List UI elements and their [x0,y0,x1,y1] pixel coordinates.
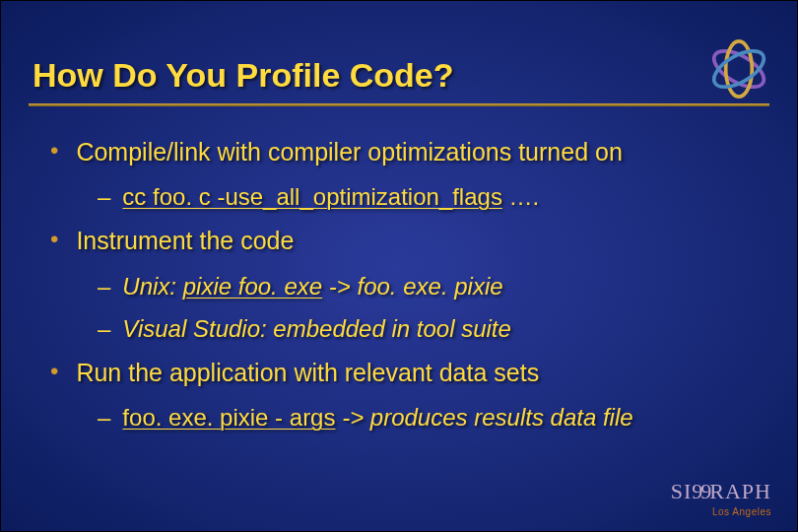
slide-title: How Do You Profile Code? [33,56,454,95]
dash-icon: – [98,271,110,301]
dash-icon: – [98,181,110,212]
slide: How Do You Profile Code? • Compile/link … [0,0,798,532]
brand-location: Los Angeles [671,506,771,517]
slide-body: • Compile/link with compiler optimizatio… [50,123,748,445]
bullet-text: Instrument the code [76,226,294,256]
bullet-dot-icon: • [50,137,58,166]
bullet-level2: – cc foo. c -use_all_optimization_flags … [98,181,748,212]
bullet-level2: – foo. exe. pixie - args -> produces res… [98,402,748,432]
bullet-level2: – Unix: pixie foo. exe -> foo. exe. pixi… [98,271,748,301]
bullet-text: Unix: pixie foo. exe -> foo. exe. pixie [122,271,502,301]
bullet-text: Compile/link with compiler optimizations… [76,137,622,167]
dash-icon: – [98,313,110,344]
siggraph-knot-logo [702,33,775,105]
svg-point-1 [726,41,753,97]
bullet-dot-icon: • [50,358,58,386]
bullet-level1: • Instrument the code [50,226,748,256]
bullet-text: cc foo. c -use_all_optimization_flags …. [122,181,539,212]
bullet-text: Run the application with relevant data s… [76,358,539,388]
dash-icon: – [98,402,110,432]
footer-brand: SI99RAPH Los Angeles [671,479,771,517]
bullet-level1: • Run the application with relevant data… [50,358,748,388]
bullet-level2: – Visual Studio: embedded in tool suite [98,313,748,344]
bullet-text: Visual Studio: embedded in tool suite [122,313,511,344]
bullet-level1: • Compile/link with compiler optimizatio… [50,137,748,167]
bullet-dot-icon: • [50,226,58,254]
bullet-text: foo. exe. pixie - args -> produces resul… [122,402,632,432]
title-rule [29,103,769,106]
brand-wordmark: SI99RAPH [671,479,771,504]
